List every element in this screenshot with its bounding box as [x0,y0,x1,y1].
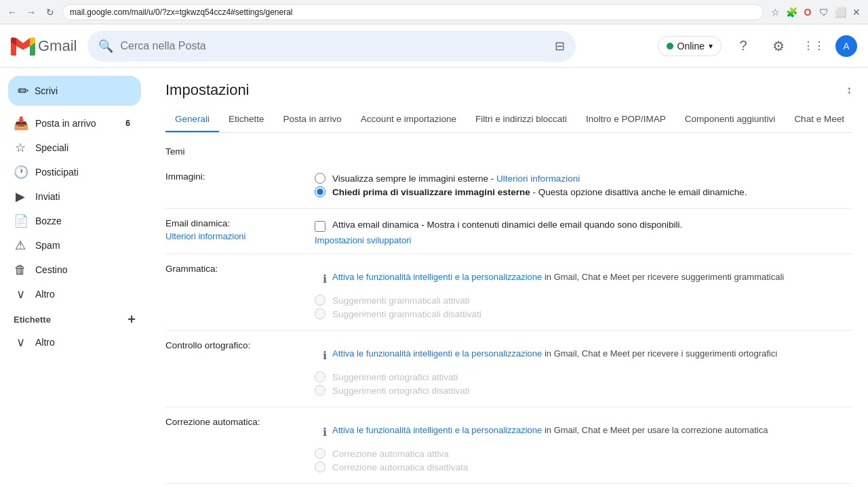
immagini-label: Immagini: [165,170,315,200]
sidebar-item-posta-in-arrivo[interactable]: 📥 Posta in arrivo 6 [0,111,141,136]
gmail-logo[interactable]: Gmail [11,37,77,56]
sidebar-item-label: Cestino [35,264,67,275]
sent-icon: ▶ [14,189,27,204]
gmail-logo-text: Gmail [38,37,77,55]
tab-account[interactable]: Account e importazione [351,107,466,133]
tab-inoltro[interactable]: Inoltro e POP/IMAP [576,107,675,133]
grammatica-option2-radio [315,308,326,319]
expand-icon: ∨ [14,287,27,302]
immagini-link1[interactable]: Ulteriori informazioni [496,174,580,184]
etichette-section: Etichette + [0,306,149,330]
back-button[interactable]: ← [5,5,19,19]
search-bar[interactable]: 🔍 ⊟ [87,30,576,62]
ortografico-option1-radio [315,371,326,382]
menu-icon[interactable]: ✕ [850,6,863,18]
grammatica-row: Grammatica: ℹ Attiva le funzionalità int… [165,254,852,331]
correzione-option2-radio [315,462,326,472]
grammatica-option2-row: Suggerimenti grammaticali disattivati [315,308,852,319]
tab-etichette[interactable]: Etichette [219,107,274,133]
ortografico-option1-row: Suggerimenti ortografici attivati [315,371,852,382]
settings-title-text: Impostazioni [165,81,250,99]
app-layout: ✏ Scrivi 📥 Posta in arrivo 6 ☆ Speciali … [0,68,868,488]
help-button[interactable]: ? [730,33,757,60]
grammatica-option1-label: Suggerimenti grammaticali attivati [332,296,470,306]
shield-icon[interactable]: 🛡 [818,6,830,18]
tab-componenti-label: Componenti aggiuntivi [685,114,776,124]
immagini-option1-row: Visualizza sempre le immagini esterne - … [315,173,852,184]
temi-text: Temi [165,146,185,157]
immagini-option1-label: Visualizza sempre le immagini esterne - … [332,174,580,184]
grammatica-option2-label: Suggerimenti grammaticali disattivati [332,309,481,319]
sidebar-item-bozze[interactable]: 📄 Bozze [0,209,141,233]
tab-posta-in-arrivo[interactable]: Posta in arrivo [274,107,351,133]
temi-section-label: Temi [165,141,852,162]
sidebar-item-cestino[interactable]: 🗑 Cestino [0,258,141,282]
extension-icon[interactable]: 🧩 [785,6,797,18]
online-button[interactable]: Online ▾ [658,36,722,56]
correzione-value: ℹ Attiva le funzionalità intelligenti e … [315,415,852,475]
info-icon-ortografico: ℹ [323,349,327,362]
sidebar-item-posticipati[interactable]: 🕐 Posticipati [0,160,141,184]
sidebar-item-altro[interactable]: ∨ Altro [0,282,141,306]
ortografico-link[interactable]: Attiva le funzionalità intelligenti e la… [332,348,542,359]
refresh-button[interactable]: ↻ [43,5,57,19]
add-etichetta-button[interactable]: + [127,312,136,327]
filter-icon[interactable]: ⊟ [555,39,565,54]
correzione-info-text: Attiva le funzionalità intelligenti e la… [332,425,768,435]
grammatica-link[interactable]: Attiva le funzionalità intelligenti e la… [332,272,542,282]
grammatica-value: ℹ Attiva le funzionalità intelligenti e … [315,262,852,322]
sidebar-item-label: Altro [35,289,55,300]
sort-icon[interactable]: ↕ [846,84,852,96]
tab-generali[interactable]: Generali [165,107,219,133]
ortografico-row: Controllo ortografico: ℹ Attiva le funzi… [165,331,852,407]
grammatica-option1-row: Suggerimenti grammaticali attivati [315,295,852,306]
chevron-down-icon: ▾ [709,41,713,51]
immagini-option2-label: Chiedi prima di visualizzare immagini es… [332,187,747,197]
browser-bar: ← → ↻ mail.google.com/mail/u/0/?zx=tgkwz… [0,0,868,24]
sidebar-item-speciali[interactable]: ☆ Speciali [0,136,141,160]
browser-icons: ☆ 🧩 O 🛡 ⬜ ✕ [769,6,863,18]
email-dinamica-link[interactable]: Ulteriori informazioni [165,231,315,241]
ortografico-option2-row: Suggerimenti ortografici disattivati [315,385,852,396]
info-icon-correzione: ℹ [323,426,327,439]
draft-icon: 📄 [14,214,27,228]
tab-filtri[interactable]: Filtri e indirizzi bloccati [466,107,576,133]
ortografico-option1-label: Suggerimenti ortografici attivati [332,372,458,382]
correzione-label: Correzione automatica: [165,415,315,475]
window-icon[interactable]: ⬜ [834,6,846,18]
correzione-link[interactable]: Attiva le funzionalità intelligenti e la… [332,425,542,435]
email-dinamica-checkbox[interactable] [315,221,326,232]
compose-button[interactable]: ✏ Scrivi [8,76,141,106]
tab-chat-meet[interactable]: Chat e Meet [785,107,852,133]
sidebar-item-altro-etichette[interactable]: ∨ Altro [0,330,141,354]
correzione-info-row: ℹ Attiva le funzionalità intelligenti e … [315,418,852,445]
search-input[interactable] [120,40,548,52]
apps-button[interactable]: ⋮⋮ [800,33,827,60]
sidebar-item-spam[interactable]: ⚠ Spam [0,233,141,258]
grammatica-info-text: Attiva le funzionalità intelligenti e la… [332,272,784,282]
immagini-option1-radio[interactable] [315,173,326,184]
address-bar[interactable]: mail.google.com/mail/u/0/?zx=tgkwzq54ccz… [62,4,764,20]
grammatica-info-row: ℹ Attiva le funzionalità intelligenti e … [315,265,852,292]
correzione-option2-label: Correzione automatica disattivata [332,462,468,472]
bookmark-icon[interactable]: ☆ [769,6,781,18]
opera-icon[interactable]: O [802,6,814,18]
inbox-icon: 📥 [14,116,27,131]
ortografico-info-text: Attiva le funzionalità intelligenti e la… [332,348,777,359]
tab-inoltro-label: Inoltro e POP/IMAP [586,114,666,124]
compose-icon: ✏ [18,83,29,99]
sidebar-item-inviati[interactable]: ▶ Inviati [0,184,141,209]
correzione-option2-row: Correzione automatica disattivata [315,462,852,472]
sidebar-item-label: Posticipati [35,167,79,178]
settings-button[interactable]: ⚙ [765,33,792,60]
avatar[interactable]: A [835,35,857,57]
settings-content: Temi Immagini: Visualizza sempre le imma… [165,133,852,488]
impostazioni-sviluppatori-link[interactable]: Impostazioni sviluppatori [315,235,411,245]
immagini-option2-radio[interactable] [315,186,326,197]
forward-button[interactable]: → [24,5,38,19]
ortografico-option2-label: Suggerimenti ortografici disattivati [332,386,470,396]
email-dinamica-checkbox-row: Attiva email dinamica - Mostra i contenu… [315,220,852,232]
tab-componenti[interactable]: Componenti aggiuntivi [675,107,785,133]
ortografico-info-row: ℹ Attiva le funzionalità intelligenti e … [315,342,852,369]
ortografico-option2-radio [315,385,326,396]
